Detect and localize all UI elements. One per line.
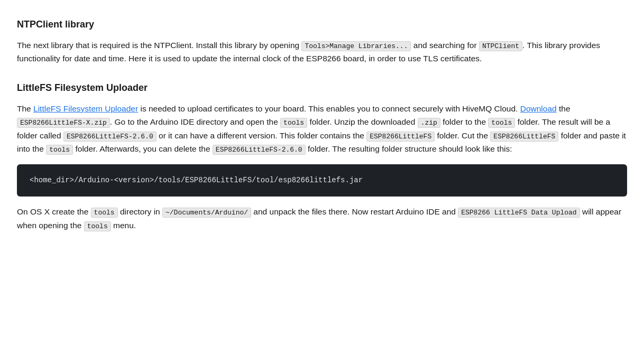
esp8266-zip-code: ESP8266LittleFS-X.zip bbox=[17, 118, 110, 128]
littlefs-text-4: folder. Unzip the downloaded bbox=[307, 117, 418, 126]
ntpclient-heading: NTPClient library bbox=[17, 17, 627, 32]
osx-text-5: menu. bbox=[111, 221, 136, 230]
tools-code-1: tools bbox=[280, 118, 307, 128]
littlefs-text-3: . Go to the Arduino IDE directory and op… bbox=[110, 117, 280, 126]
osx-text-3: and unpack the files there. Now restart … bbox=[251, 207, 458, 216]
esp8266-260-code-2: ESP8266LittleFS-2.6.0 bbox=[213, 145, 306, 155]
ntpclient-code: NTPClient bbox=[479, 41, 522, 51]
esp8266-260-code: ESP8266LittleFS-2.6.0 bbox=[63, 132, 157, 142]
littlefs-text-8: folder. Cut the bbox=[435, 131, 490, 140]
tools-manage-libraries-code: Tools>Manage Libraries... bbox=[301, 41, 411, 51]
littlefs-heading: LittleFS Filesystem Uploader bbox=[17, 80, 627, 96]
littlefs-text-7: or it can have a different version. This… bbox=[157, 131, 366, 140]
littlefs-section: LittleFS Filesystem Uploader The LittleF… bbox=[17, 80, 627, 232]
tools-code-2: tools bbox=[488, 118, 515, 128]
data-upload-code: ESP8266 LittleFS Data Upload bbox=[458, 208, 579, 218]
ntpclient-text-1: The next library that is required is the… bbox=[17, 41, 301, 50]
littlefs-paragraph2: On OS X create the tools directory in ~/… bbox=[17, 205, 627, 232]
path-code-block: <home_dir>/Arduino-<version>/tools/ESP82… bbox=[17, 164, 627, 197]
zip-code: .zip bbox=[418, 118, 440, 128]
esp8266-littlefs-code-1: ESP8266LittleFS bbox=[366, 132, 435, 142]
littlefs-text-11: folder. The resulting folder structure s… bbox=[306, 144, 512, 153]
path-code-text: <home_dir>/Arduino-<version>/tools/ESP82… bbox=[30, 176, 363, 184]
download-link[interactable]: Download bbox=[520, 104, 557, 113]
ntpclient-text-2: and searching for bbox=[411, 41, 479, 50]
littlefs-text-2: the bbox=[557, 104, 571, 113]
tools-code-4: tools bbox=[91, 208, 118, 218]
littlefs-text-1: is needed to upload certificates to your… bbox=[138, 104, 520, 113]
documents-arduino-code: ~/Documents/Arduino/ bbox=[162, 208, 251, 218]
osx-text-1: On OS X create the bbox=[17, 207, 91, 216]
tools-code-5: tools bbox=[84, 221, 111, 231]
ntpclient-section: NTPClient library The next library that … bbox=[17, 17, 627, 66]
ntpclient-paragraph: The next library that is required is the… bbox=[17, 39, 627, 66]
littlefs-text-10: folder. Afterwards, you can delete the bbox=[73, 144, 213, 153]
tools-code-3: tools bbox=[46, 145, 73, 155]
osx-text-2: directory in bbox=[118, 207, 162, 216]
littlefs-uploader-link[interactable]: LittleFS Filesystem Uploader bbox=[33, 104, 138, 113]
littlefs-paragraph1: The LittleFS Filesystem Uploader is need… bbox=[17, 102, 627, 156]
littlefs-text-5: folder to the bbox=[440, 117, 488, 126]
esp8266-littlefs-code-2: ESP8266LittleFS bbox=[490, 132, 558, 142]
text-the: The bbox=[17, 104, 33, 113]
